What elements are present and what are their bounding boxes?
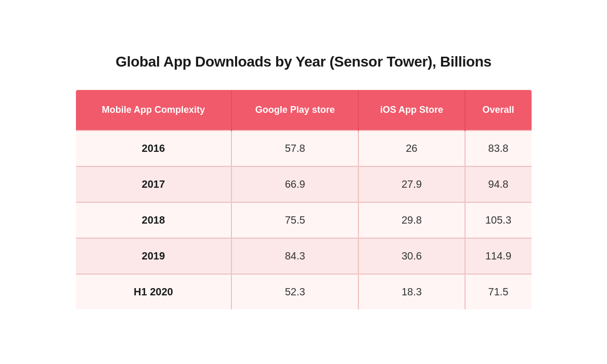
cell-google: 52.3 <box>231 274 358 310</box>
table-row: 201875.529.8105.3 <box>75 202 532 238</box>
cell-label: 2017 <box>75 166 232 202</box>
cell-overall: 114.9 <box>465 238 532 274</box>
col-header-ios: iOS App Store <box>358 89 464 131</box>
col-header-overall: Overall <box>465 89 532 131</box>
cell-google: 84.3 <box>231 238 358 274</box>
table-header-row: Mobile App Complexity Google Play store … <box>75 89 532 131</box>
cell-ios: 18.3 <box>358 274 464 310</box>
table-row: H1 202052.318.371.5 <box>75 274 532 310</box>
main-container: Global App Downloads by Year (Sensor Tow… <box>44 33 564 331</box>
cell-overall: 105.3 <box>465 202 532 238</box>
cell-label: 2019 <box>75 238 232 274</box>
data-table: Mobile App Complexity Google Play store … <box>75 89 533 310</box>
table-row: 201657.82683.8 <box>75 131 532 166</box>
cell-google: 57.8 <box>231 131 358 166</box>
col-header-complexity: Mobile App Complexity <box>75 89 232 131</box>
cell-overall: 83.8 <box>465 131 532 166</box>
cell-overall: 71.5 <box>465 274 532 310</box>
col-header-google: Google Play store <box>231 89 358 131</box>
cell-ios: 30.6 <box>358 238 464 274</box>
cell-ios: 29.8 <box>358 202 464 238</box>
chart-title: Global App Downloads by Year (Sensor Tow… <box>75 54 533 70</box>
table-row: 201984.330.6114.9 <box>75 238 532 274</box>
cell-label: 2016 <box>75 131 232 166</box>
cell-overall: 94.8 <box>465 166 532 202</box>
cell-google: 75.5 <box>231 202 358 238</box>
cell-ios: 26 <box>358 131 464 166</box>
cell-google: 66.9 <box>231 166 358 202</box>
cell-ios: 27.9 <box>358 166 464 202</box>
table-row: 201766.927.994.8 <box>75 166 532 202</box>
cell-label: H1 2020 <box>75 274 232 310</box>
cell-label: 2018 <box>75 202 232 238</box>
